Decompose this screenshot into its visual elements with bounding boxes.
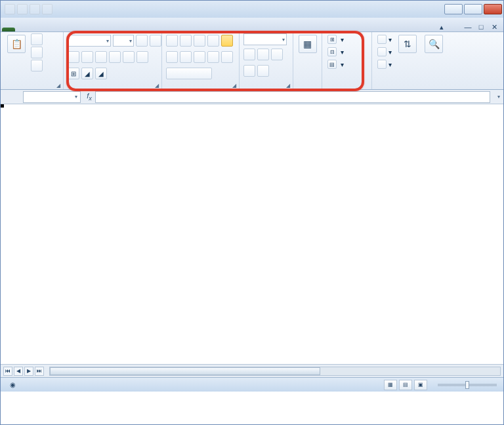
group-font: ⊞ ◢ ◢ ◢ <box>64 32 162 89</box>
excel-icon[interactable] <box>5 4 15 14</box>
increase-indent-button[interactable] <box>221 51 233 63</box>
doc-minimize-icon[interactable]: — <box>463 23 473 31</box>
page-layout-view-button[interactable]: ▤ <box>399 380 412 390</box>
font-size-combo[interactable] <box>113 35 134 47</box>
font-name-combo[interactable] <box>68 35 111 47</box>
number-format-combo[interactable] <box>243 33 287 45</box>
help-icon[interactable] <box>450 23 460 31</box>
horizontal-scrollbar[interactable] <box>49 367 501 376</box>
macro-record-icon[interactable]: ◉ <box>10 381 16 388</box>
wrap-text-button[interactable] <box>221 35 233 47</box>
group-label-cells <box>326 88 368 89</box>
zoom-control <box>432 384 499 386</box>
fill-color-button[interactable] <box>123 51 135 63</box>
group-label-align: ◢ <box>166 88 235 89</box>
namebox-dropdown-icon[interactable]: ▾ <box>75 94 77 100</box>
borders-button[interactable]: ⊞ <box>68 68 79 79</box>
group-label-number: ◢ <box>243 88 289 89</box>
sheet-tab-bar: ⏮ ◀ ▶ ⏭ <box>1 364 503 377</box>
underline-button[interactable] <box>95 51 107 63</box>
tab-next-icon[interactable]: ▶ <box>24 367 33 376</box>
format-cells-button[interactable]: ▤ ▾ <box>326 58 345 70</box>
clear-button[interactable]: ▾ <box>376 58 393 70</box>
group-label-font: ◢ <box>68 88 158 89</box>
insert-icon: ⊞ <box>327 35 337 44</box>
view-buttons: ▦ ▤ ▣ <box>384 380 427 390</box>
paste-button[interactable]: 📋 <box>5 33 28 56</box>
italic-button[interactable] <box>81 51 93 63</box>
clipboard-launcher-icon[interactable]: ◢ <box>56 83 60 89</box>
align-bottom-button[interactable] <box>194 35 205 47</box>
align-top-button[interactable] <box>166 35 178 47</box>
tab-last-icon[interactable]: ⏭ <box>35 367 44 376</box>
minimize-button[interactable] <box>444 4 463 14</box>
format-painter-button[interactable] <box>31 60 43 71</box>
align-launcher-icon[interactable]: ◢ <box>232 83 236 89</box>
percent-button[interactable] <box>257 49 269 60</box>
cut-button[interactable] <box>31 33 43 45</box>
bold-button[interactable] <box>68 51 79 63</box>
zoom-knob[interactable] <box>465 381 469 389</box>
styles-icon: ▦ <box>299 35 317 53</box>
group-clipboard: 📋 ◢ <box>1 32 64 89</box>
fill-dropdown[interactable]: ◢ <box>81 68 93 79</box>
window-controls <box>444 4 503 14</box>
styles-button[interactable]: ▦ <box>296 33 320 56</box>
name-box[interactable]: ▾ <box>23 91 81 103</box>
decrease-indent-button[interactable] <box>207 51 219 63</box>
group-label-styles <box>297 88 318 89</box>
sort-filter-button[interactable]: ⇅ <box>396 33 419 56</box>
titlebar <box>1 1 503 18</box>
decrease-decimal-button[interactable] <box>257 65 269 77</box>
worksheet-grid[interactable] <box>1 104 503 364</box>
font-color-button[interactable] <box>136 51 148 63</box>
file-tab[interactable] <box>2 28 15 31</box>
status-bar: ◉ ▦ ▤ ▣ <box>1 377 503 392</box>
group-editing: ▾ ▾ ▾ ⇅ 🔍 <box>372 32 503 89</box>
orientation-button[interactable] <box>207 35 219 47</box>
align-right-button[interactable] <box>194 51 205 63</box>
tab-nav: ⏮ ◀ ▶ ⏭ <box>1 367 47 376</box>
shrink-font-button[interactable] <box>150 35 161 47</box>
zoom-slider[interactable] <box>438 384 497 386</box>
increase-decimal-button[interactable] <box>243 65 255 77</box>
align-center-button[interactable] <box>180 51 192 63</box>
border-button[interactable] <box>109 51 121 63</box>
grow-font-button[interactable] <box>136 35 148 47</box>
delete-cells-button[interactable]: ⊟ ▾ <box>326 46 345 58</box>
comma-button[interactable] <box>271 49 283 60</box>
formula-bar: ▾ fx ▾ <box>1 90 503 104</box>
fx-button[interactable]: fx <box>83 92 95 102</box>
fill-button[interactable]: ▾ <box>376 46 393 58</box>
maximize-button[interactable] <box>464 4 482 14</box>
doc-restore-icon[interactable]: □ <box>476 23 486 31</box>
tab-prev-icon[interactable]: ◀ <box>14 367 23 376</box>
close-button[interactable] <box>484 4 502 14</box>
page-break-view-button[interactable]: ▣ <box>414 380 427 390</box>
copy-button[interactable] <box>31 47 43 58</box>
normal-view-button[interactable]: ▦ <box>384 380 397 390</box>
font-color-dropdown[interactable]: ◢ <box>95 68 107 79</box>
number-launcher-icon[interactable]: ◢ <box>286 83 290 89</box>
undo-icon[interactable] <box>30 4 40 14</box>
redo-icon[interactable] <box>42 4 52 14</box>
paste-icon: 📋 <box>7 35 26 53</box>
ribbon-minimize-icon[interactable]: ▴ <box>436 23 447 31</box>
doc-close-icon[interactable]: ✕ <box>489 23 499 31</box>
insert-cells-button[interactable]: ⊞ ▾ <box>326 33 345 45</box>
tab-first-icon[interactable]: ⏮ <box>3 367 12 376</box>
group-alignment: ◢ <box>162 32 240 89</box>
find-select-button[interactable]: 🔍 <box>422 33 446 56</box>
merge-button[interactable] <box>166 68 212 79</box>
align-middle-button[interactable] <box>180 35 192 47</box>
formula-input[interactable] <box>95 91 490 103</box>
align-left-button[interactable] <box>166 51 178 63</box>
autosum-button[interactable]: ▾ <box>376 33 393 45</box>
formula-expand-icon[interactable]: ▾ <box>494 94 503 100</box>
save-icon[interactable] <box>17 4 28 14</box>
find-icon: 🔍 <box>425 35 443 53</box>
currency-button[interactable] <box>243 49 255 60</box>
fill-icon <box>377 47 387 56</box>
scroll-thumb[interactable] <box>50 367 320 375</box>
font-launcher-icon[interactable]: ◢ <box>155 83 159 89</box>
